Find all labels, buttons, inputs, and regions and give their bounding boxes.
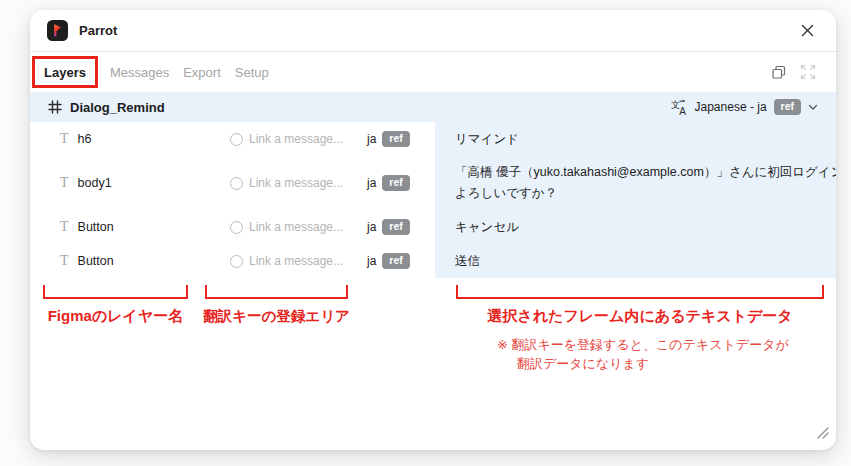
- table-row: T Button Link a message... ja ref 送信: [30, 244, 836, 278]
- expand-icon[interactable]: [798, 62, 818, 82]
- tab-export[interactable]: Export: [176, 59, 228, 86]
- link-status-icon: [230, 133, 243, 146]
- annotation-bracket-translation-key: [205, 285, 348, 299]
- close-icon[interactable]: [798, 22, 816, 40]
- annotation-bracket-layer-name: [43, 285, 188, 299]
- text-line: 「高橋 優子（yuko.takahashi@example.com）」さんに初回…: [455, 162, 830, 183]
- lang-code: ja: [367, 220, 376, 234]
- annotation-label-text-data: 選択されたフレーム内にあるテキストデータ: [456, 307, 824, 326]
- text-layer-icon: T: [60, 253, 69, 269]
- annotation-label-layer-name: Figmaのレイヤー名: [43, 307, 188, 326]
- layer-cell: T Button: [30, 219, 230, 235]
- link-message-dropdown[interactable]: Link a message...: [230, 220, 350, 234]
- ref-badge: ref: [382, 131, 409, 147]
- lang-code: ja: [367, 132, 376, 146]
- ref-badge: ref: [774, 99, 801, 115]
- language-label: Japanese - ja: [695, 100, 767, 114]
- lang-cell: ja ref: [350, 219, 435, 235]
- text-cell: 「高橋 優子（yuko.takahashi@example.com）」さんに初回…: [435, 156, 836, 210]
- chevron-down-icon: [808, 104, 818, 111]
- ref-badge: ref: [382, 175, 409, 191]
- svg-text:A: A: [679, 105, 686, 116]
- text-layer-icon: T: [60, 219, 69, 235]
- layer-cell: T h6: [30, 131, 230, 147]
- text-cell: 送信: [435, 244, 836, 278]
- language-selector[interactable]: 文 A Japanese - ja ref: [671, 99, 818, 116]
- text-line: よろしいですか？: [455, 183, 830, 204]
- layer-name: Button: [78, 254, 114, 268]
- resize-handle[interactable]: [814, 424, 829, 443]
- frame-name: Dialog_Remind: [70, 100, 165, 115]
- copy-icon[interactable]: [769, 62, 789, 82]
- layer-cell: T Button: [30, 253, 230, 269]
- annotation-note-line1: ※ 翻訳キーを登録すると、このテキストデータが: [497, 336, 789, 354]
- layer-name: Button: [78, 220, 114, 234]
- annotation-bracket-text-data: [456, 285, 824, 299]
- layer-rows: T h6 Link a message... ja ref リマインド T bo…: [30, 122, 836, 278]
- tab-bar: Layers Messages Export Setup: [30, 52, 836, 92]
- annotation-label-translation-key: 翻訳キーの登録エリア: [198, 307, 355, 326]
- link-placeholder: Link a message...: [249, 176, 343, 190]
- link-message-dropdown[interactable]: Link a message...: [230, 176, 350, 190]
- frame-hash-icon: [48, 100, 62, 114]
- layer-cell: T body1: [30, 175, 230, 191]
- parrot-logo-icon: [47, 20, 68, 41]
- table-row: T body1 Link a message... ja ref 「高橋 優子（…: [30, 156, 836, 210]
- tab-setup[interactable]: Setup: [228, 59, 276, 86]
- link-status-icon: [230, 255, 243, 268]
- layer-name: body1: [78, 176, 112, 190]
- lang-code: ja: [367, 176, 376, 190]
- text-line: キャンセル: [455, 217, 830, 238]
- tab-layers[interactable]: Layers: [44, 65, 86, 80]
- link-status-icon: [230, 177, 243, 190]
- lang-code: ja: [367, 254, 376, 268]
- text-cell: リマインド: [435, 122, 836, 156]
- lang-cell: ja ref: [350, 131, 435, 147]
- annotation-note-line2: 翻訳データになります: [517, 355, 649, 373]
- parrot-plugin-window: Parrot Layers Messages Export Setup: [30, 10, 836, 450]
- text-cell: キャンセル: [435, 210, 836, 244]
- layer-name: h6: [78, 132, 92, 146]
- text-layer-icon: T: [60, 131, 69, 147]
- tabbar-icons: [769, 62, 818, 82]
- text-layer-icon: T: [60, 175, 69, 191]
- app-title: Parrot: [79, 23, 117, 38]
- ref-badge: ref: [382, 219, 409, 235]
- link-message-dropdown[interactable]: Link a message...: [230, 254, 350, 268]
- link-placeholder: Link a message...: [249, 254, 343, 268]
- frame-header-row[interactable]: Dialog_Remind 文 A Japanese - ja ref: [30, 92, 836, 122]
- lang-cell: ja ref: [350, 175, 435, 191]
- text-line: リマインド: [455, 129, 830, 150]
- lang-cell: ja ref: [350, 253, 435, 269]
- link-placeholder: Link a message...: [249, 132, 343, 146]
- tab-messages[interactable]: Messages: [103, 59, 176, 86]
- ref-badge: ref: [382, 253, 409, 269]
- link-message-dropdown[interactable]: Link a message...: [230, 132, 350, 146]
- link-status-icon: [230, 221, 243, 234]
- text-line: 送信: [455, 251, 830, 272]
- link-placeholder: Link a message...: [249, 220, 343, 234]
- table-row: T Button Link a message... ja ref キャンセル: [30, 210, 836, 244]
- annotation-box-layers: Layers: [32, 56, 98, 88]
- table-row: T h6 Link a message... ja ref リマインド: [30, 122, 836, 156]
- translate-icon: 文 A: [671, 99, 688, 116]
- title-bar: Parrot: [30, 10, 836, 52]
